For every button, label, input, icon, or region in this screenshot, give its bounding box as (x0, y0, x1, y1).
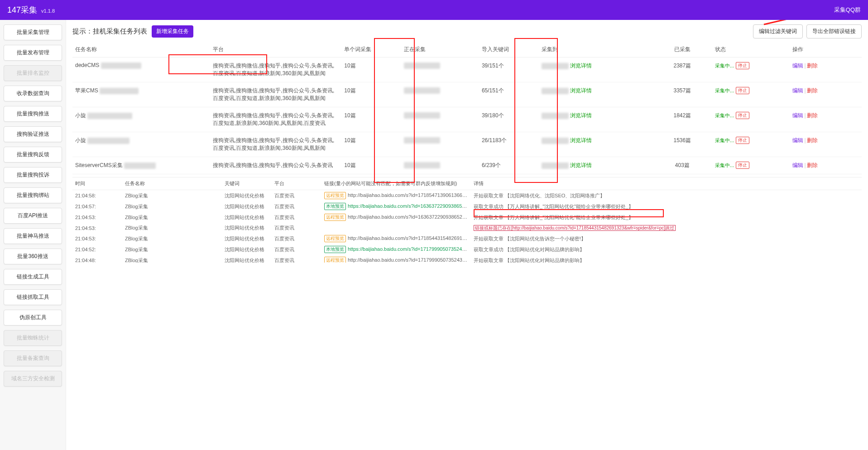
local-preview-badge[interactable]: 本地预览 (324, 203, 346, 210)
task-collected: 403篇 (652, 157, 712, 174)
th-platform: 平台 (210, 42, 342, 57)
log-time: 21:04:48: (72, 255, 122, 263)
remote-preview-badge[interactable]: 远程预览 (324, 214, 346, 221)
sidebar-item-5[interactable]: 搜狗验证推送 (4, 126, 62, 142)
log-row: 21:04:53:ZBlog采集沈阳网站优化价格百度资讯远程预览http://b… (72, 233, 862, 244)
task-single: 10篇 (341, 132, 401, 157)
browse-detail-link[interactable]: 浏览详情 (570, 137, 592, 144)
log-link[interactable]: http://baijiahao.baidu.com/s?id=17185471… (348, 192, 471, 198)
sidebar-item-6[interactable]: 批量搜狗反馈 (4, 147, 62, 163)
log-link[interactable]: http://baijiahao.baidu.com/s?id=17179990… (348, 257, 471, 263)
task-collected: 1536篇 (652, 132, 712, 157)
log-detail: 开始获取文章 【沈阳网站优化告诉您一个小秘密!】 (474, 236, 586, 241)
browse-detail-link[interactable]: 浏览详情 (570, 62, 592, 69)
log-table: 时间 任务名称 关键词 平台 链接(量小的网站可能没有匹配，如需要可群内反馈增加… (72, 177, 862, 263)
new-task-button[interactable]: 新增采集任务 (152, 25, 193, 38)
task-keywords: 39/151个 (479, 57, 539, 82)
stop-button[interactable]: 停止 (736, 112, 749, 119)
app-version: v1.1.8 (41, 8, 55, 14)
th-log-kw: 关键词 (222, 177, 272, 190)
log-row: 21:04:57:ZBlog采集沈阳网站优化价格百度资讯本地预览https://… (72, 201, 862, 212)
th-collected-to: 采集到 (539, 42, 652, 57)
stop-button[interactable]: 停止 (736, 137, 749, 144)
browse-detail-link[interactable]: 浏览详情 (570, 162, 592, 168)
log-row: 21:04:48:ZBlog采集沈阳网站优化价格百度资讯远程预览http://b… (72, 255, 862, 263)
log-kw: 沈阳网站优化价格 (222, 190, 272, 201)
edit-button[interactable]: 编辑 (792, 137, 803, 144)
stop-button[interactable]: 停止 (736, 162, 749, 169)
log-task: ZBlog采集 (122, 233, 222, 244)
th-collecting: 正在采集 (401, 42, 479, 57)
task-row: 小旋 搜狗资讯,搜狗微信,搜狗知乎,搜狗公众号,头条资讯,百度资讯,百度知道,新… (72, 132, 862, 157)
task-table: 任务名称 平台 单个词采集 正在采集 导入关键词 采集到 已采集 状态 操作 d… (72, 42, 862, 174)
th-keywords: 导入关键词 (479, 42, 539, 57)
log-task: ZBlog采集 (122, 190, 222, 201)
sidebar-item-4[interactable]: 批量搜狗推送 (4, 106, 62, 122)
sidebar-item-1[interactable]: 批量发布管理 (4, 45, 62, 61)
sidebar-item-0[interactable]: 批量采集管理 (4, 24, 62, 40)
task-collecting (401, 157, 479, 174)
local-preview-badge[interactable]: 本地预览 (324, 246, 346, 253)
delete-button[interactable]: 删除 (807, 137, 818, 144)
edit-filter-keywords-button[interactable]: 编辑过滤关键词 (753, 24, 803, 38)
delete-button[interactable]: 删除 (807, 62, 818, 69)
sidebar-item-12[interactable]: 链接生成工具 (4, 269, 62, 285)
sidebar-item-16: 批量备案查询 (4, 350, 62, 366)
sidebar-item-15: 批量蜘蛛统计 (4, 330, 62, 346)
sidebar-item-11[interactable]: 批量360推送 (4, 249, 62, 264)
sidebar: 批量采集管理批量发布管理批量排名监控收录数据查询批量搜狗推送搜狗验证推送批量搜狗… (0, 20, 66, 450)
task-collecting (401, 57, 479, 82)
browse-detail-link[interactable]: 浏览详情 (570, 87, 592, 94)
delete-button[interactable]: 删除 (807, 162, 818, 168)
remote-preview-badge[interactable]: 远程预览 (324, 192, 346, 199)
task-single: 10篇 (341, 107, 401, 132)
browse-detail-link[interactable]: 浏览详情 (570, 112, 592, 119)
edit-button[interactable]: 编辑 (792, 87, 803, 94)
log-detail: 开始获取文章 【万人网络讲解_"沈阳网站优化"能给企业带来哪些好处_】 (474, 215, 633, 220)
log-plat: 百度资讯 (272, 223, 321, 233)
sidebar-item-7[interactable]: 批量搜狗投诉 (4, 167, 62, 183)
stop-button[interactable]: 停止 (736, 87, 749, 94)
log-link[interactable]: https://baijiahao.baidu.com/s?id=1636372… (348, 203, 471, 209)
remote-preview-badge[interactable]: 远程预览 (324, 235, 346, 242)
log-plat: 百度资讯 (272, 233, 321, 244)
stop-button[interactable]: 停止 (736, 62, 749, 69)
log-row: 21:04:53:ZBlog采集沈阳网站优化价格百度资讯远程预览http://b… (72, 212, 862, 223)
task-name: dedeCMS (75, 62, 99, 68)
sidebar-item-17: 域名三方安全检测 (4, 371, 62, 387)
status-running: 采集中... (715, 112, 734, 119)
edit-button[interactable]: 编辑 (792, 162, 803, 168)
topbar: 147采集 v1.1.8 采集QQ群 (0, 0, 868, 20)
edit-button[interactable]: 编辑 (792, 112, 803, 119)
sidebar-item-9[interactable]: 百度API推送 (4, 208, 62, 224)
task-single: 10篇 (341, 82, 401, 107)
task-single: 10篇 (341, 157, 401, 174)
log-link[interactable]: https://baijiahao.baidu.com/s?id=1717999… (348, 246, 471, 252)
task-platform: 搜狗资讯,搜狗微信,搜狗知乎,搜狗公众号,头条资讯,百度资讯,百度知道,新浪新闻… (210, 57, 342, 82)
sidebar-item-13[interactable]: 链接抓取工具 (4, 289, 62, 305)
th-status: 状态 (712, 42, 790, 57)
log-detail: 获取文章成功 【沈阳网站优化对网站品牌的影响】 (474, 247, 585, 252)
export-error-links-button[interactable]: 导出全部错误链接 (806, 24, 862, 38)
sidebar-item-10[interactable]: 批量神马推送 (4, 228, 62, 244)
status-running: 采集中... (715, 137, 734, 144)
page-header: 提示：挂机采集任务列表 新增采集任务 编辑过滤关键词 导出全部错误链接 (72, 24, 862, 38)
task-collecting (401, 132, 479, 157)
log-detail-error: 链接或标题已存在[http://baijiahao.baidu.com/s?id… (474, 225, 676, 231)
delete-button[interactable]: 删除 (807, 112, 818, 119)
task-row: 小旋 搜狗资讯,搜狗微信,搜狗知乎,搜狗公众号,头条资讯,百度知道,新浪新闻,3… (72, 107, 862, 132)
log-link[interactable]: http://baijiahao.baidu.com/s?id=16363722… (348, 214, 471, 220)
log-time: 21:04:58: (72, 190, 122, 201)
qq-group-link[interactable]: 采集QQ群 (834, 6, 861, 14)
delete-button[interactable]: 删除 (807, 87, 818, 94)
sidebar-item-14[interactable]: 伪原创工具 (4, 310, 62, 326)
task-collected: 3357篇 (652, 82, 712, 107)
th-log-plat: 平台 (272, 177, 321, 190)
th-name: 任务名称 (72, 42, 210, 57)
sidebar-item-8[interactable]: 批量搜狗绑站 (4, 187, 62, 203)
task-collected-to: 浏览详情 (539, 157, 652, 174)
remote-preview-badge[interactable]: 远程预览 (324, 257, 346, 263)
sidebar-item-3[interactable]: 收录数据查询 (4, 86, 62, 101)
log-link[interactable]: http://baijiahao.baidu.com/s?id=17185443… (348, 235, 471, 241)
edit-button[interactable]: 编辑 (792, 62, 803, 69)
